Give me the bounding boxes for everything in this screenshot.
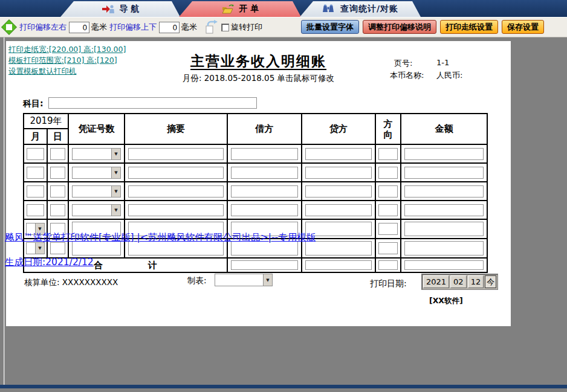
rotate-print-checkbox[interactable]	[221, 24, 229, 31]
tab-query-stats[interactable]: 查询统计/对账	[300, 1, 421, 17]
day-input[interactable]	[50, 185, 65, 198]
toolbar-buttons: 批量设置字体 调整打印偏移说明 打印走纸设置 保存设置	[301, 20, 544, 34]
credit-input[interactable]	[305, 241, 372, 255]
voucher-no-input[interactable]	[72, 241, 121, 255]
day-input[interactable]	[50, 242, 65, 254]
amount-input[interactable]	[404, 204, 484, 216]
ledger-table: 2019年 凭证号数 摘要 借方 贷方 方向 金额 月 日	[23, 113, 488, 273]
amount-input[interactable]	[404, 222, 484, 236]
paper-feed-settings-button[interactable]: 打印走纸设置	[440, 20, 498, 34]
tab-billing[interactable]: 开 单	[179, 1, 301, 17]
direction-input[interactable]	[378, 223, 398, 235]
voucher-no-dropdown[interactable]: ▼	[72, 148, 121, 160]
summary-input[interactable]	[128, 241, 224, 255]
day-input[interactable]	[50, 204, 65, 216]
rotate-print-label: 旋转打印	[231, 22, 262, 33]
summary-input[interactable]	[128, 185, 224, 198]
amount-input[interactable]	[404, 241, 484, 255]
date-today-button[interactable]: 今	[485, 275, 496, 288]
subject-label: 科目:	[23, 98, 44, 109]
dropdown-arrow-icon[interactable]: ▼	[35, 243, 44, 254]
direction-input[interactable]	[378, 148, 398, 160]
summary-input[interactable]	[128, 204, 224, 216]
credit-input[interactable]	[305, 148, 372, 160]
debit-input[interactable]	[231, 204, 298, 216]
move-diamond-icon	[1, 19, 17, 35]
offset-ud-label: 打印偏移上下	[109, 22, 157, 33]
currency-value: 人民币:	[436, 70, 462, 81]
debit-input[interactable]	[231, 241, 298, 255]
dropdown-arrow-icon[interactable]: ▼	[111, 205, 120, 216]
dropdown-arrow-icon[interactable]: ▼	[111, 186, 120, 197]
credit-header: 贷方	[302, 114, 375, 144]
summary-input[interactable]	[128, 167, 224, 179]
adjust-offset-help-button[interactable]: 调整打印偏移说明	[363, 20, 436, 34]
voucher-no-dropdown[interactable]: ▼	[72, 204, 121, 216]
date-year-button[interactable]: 2021	[423, 275, 449, 288]
month-range-text[interactable]: 月份: 2018.05-2018.05 单击鼠标可修改	[6, 73, 511, 84]
direction-input[interactable]	[378, 242, 398, 254]
month-dropdown[interactable]: ▼	[26, 242, 45, 254]
direction-input[interactable]	[378, 167, 398, 179]
open-folder-icon	[221, 4, 235, 14]
summary-input[interactable]	[128, 148, 224, 160]
debit-input[interactable]	[231, 185, 298, 198]
credit-input[interactable]	[305, 222, 372, 236]
debit-input[interactable]	[231, 148, 298, 160]
dropdown-arrow-icon[interactable]: ▼	[111, 167, 120, 178]
month-input[interactable]	[27, 148, 44, 160]
offset-ud-input[interactable]	[159, 22, 180, 33]
debit-header: 借方	[227, 114, 302, 144]
save-settings-button[interactable]: 保存设置	[502, 20, 544, 34]
total-credit-input[interactable]	[305, 260, 372, 270]
unit-mm-label: 毫米	[91, 22, 107, 33]
day-input[interactable]	[50, 223, 65, 235]
table-row: ▼	[24, 144, 487, 163]
left-edge-divider	[4, 37, 5, 388]
amount-input[interactable]	[404, 148, 484, 160]
date-day-button[interactable]: 12	[468, 275, 484, 288]
amount-input[interactable]	[404, 185, 484, 198]
table-row: ▼	[24, 182, 487, 201]
document-page: 打印走纸宽:[220.00] 高:[130.00] 模板打印范围宽:[210] …	[6, 41, 511, 326]
summary-input[interactable]	[128, 222, 224, 236]
month-dropdown[interactable]: ▼	[26, 223, 45, 235]
voucher-header: 凭证号数	[68, 114, 125, 144]
offset-lr-input[interactable]	[69, 22, 89, 33]
direction-input[interactable]	[378, 204, 398, 216]
total-label: 合 计	[24, 258, 227, 272]
dropdown-arrow-icon[interactable]: ▼	[111, 149, 120, 159]
voucher-no-dropdown[interactable]: ▼	[72, 167, 121, 179]
total-debit-input[interactable]	[231, 260, 298, 270]
accounting-unit-text: 核算单位: XXXXXXXXXX	[24, 277, 118, 288]
voucher-no-input[interactable]	[72, 222, 121, 236]
subject-input[interactable]	[48, 97, 257, 109]
table-row: ▼	[24, 219, 487, 239]
month-input[interactable]	[27, 185, 44, 198]
tabulator-dropdown[interactable]: ▼	[215, 274, 273, 286]
month-input[interactable]	[27, 167, 44, 179]
day-input[interactable]	[50, 167, 65, 179]
amount-input[interactable]	[404, 167, 484, 179]
dropdown-arrow-icon[interactable]: ▼	[263, 274, 272, 286]
unit-mm-label-2: 毫米	[181, 22, 197, 33]
month-input[interactable]	[27, 204, 44, 216]
summary-header: 摘要	[125, 114, 227, 144]
dropdown-arrow-icon[interactable]: ▼	[35, 223, 44, 234]
tab-navigation[interactable]: 导 航	[60, 1, 180, 17]
debit-input[interactable]	[231, 222, 298, 236]
voucher-no-dropdown[interactable]: ▼	[72, 185, 121, 198]
direction-input[interactable]	[378, 185, 398, 198]
debit-input[interactable]	[231, 167, 298, 179]
total-amount-input[interactable]	[404, 260, 484, 270]
day-input[interactable]	[50, 148, 65, 160]
credit-input[interactable]	[305, 167, 372, 179]
year-header: 2019年	[24, 114, 68, 129]
batch-font-button[interactable]: 批量设置字体	[301, 20, 359, 34]
print-date-control: 2021 02 12 今	[421, 274, 498, 290]
credit-input[interactable]	[305, 204, 372, 216]
credit-input[interactable]	[305, 185, 372, 198]
date-month-button[interactable]: 02	[450, 275, 467, 288]
total-direction-input[interactable]	[378, 260, 398, 270]
print-date-label: 打印日期:	[370, 278, 407, 289]
